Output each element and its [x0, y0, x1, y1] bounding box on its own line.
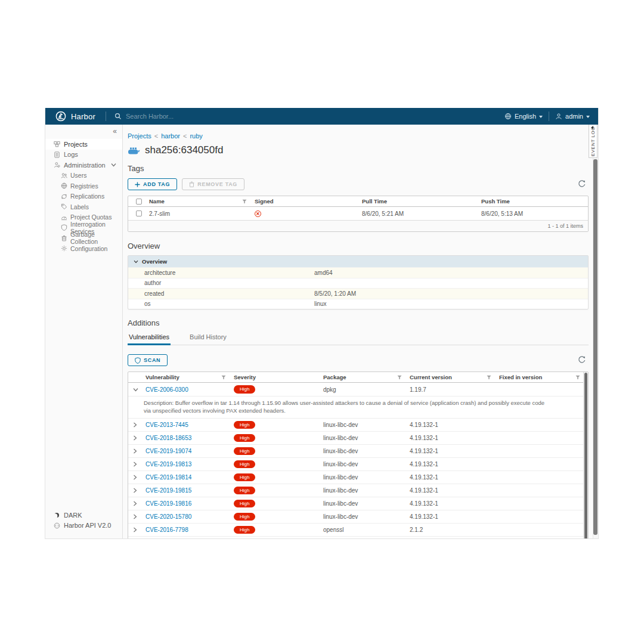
vulnerability-row[interactable]: CVE-2013-7445Highlinux-libc-dev4.19.132-… [128, 418, 588, 431]
vuln-grid-header: VulnerabilitySeverityPackageCurrent vers… [128, 372, 588, 383]
tag-name: 2.7-slim [149, 210, 170, 217]
select-all-checkbox[interactable] [136, 199, 142, 205]
expand-row-icon[interactable] [133, 462, 137, 467]
configuration-icon [60, 245, 67, 252]
row-checkbox[interactable] [136, 210, 142, 216]
cve-link[interactable]: CVE-2020-15780 [145, 513, 191, 520]
add-tag-button[interactable]: ADD TAG [128, 178, 177, 190]
refresh-icon[interactable] [578, 179, 586, 188]
brand[interactable]: Harbor [45, 111, 106, 122]
tags-count: 1 - 1 of 1 items [547, 223, 583, 229]
sidebar: « ProjectsLogsAdministrationUsersRegistr… [45, 125, 123, 538]
column-header-label: Signed [255, 198, 274, 205]
expander-cell [128, 448, 143, 454]
breadcrumb-separator: < [154, 132, 158, 140]
event-log-tab[interactable]: EVENT LOG [589, 125, 597, 158]
vulnerability-row[interactable]: CVE-2019-19815Highlinux-libc-dev4.19.132… [128, 484, 588, 497]
cve-link[interactable]: CVE-2019-19816 [145, 500, 191, 507]
vulnerability-row[interactable]: CVE-2016-7798Highopenssl2.1.2 [128, 523, 588, 536]
tab-build-history[interactable]: Build History [188, 333, 228, 345]
breadcrumb-repository[interactable]: ruby [190, 132, 202, 140]
vulnerability-row[interactable]: CVE-2019-19813Highlinux-libc-dev4.19.132… [128, 457, 588, 470]
cve-link[interactable]: CVE-2019-19074 [145, 448, 191, 454]
page-scrollbar-thumb[interactable] [593, 159, 597, 535]
user-menu[interactable]: admin [555, 113, 590, 120]
tag-row[interactable]: 2.7-slim✕8/6/20, 5:21 AM8/6/20, 5:13 AM [128, 207, 588, 220]
expander-cell [128, 488, 143, 493]
expand-row-icon[interactable] [133, 448, 137, 454]
vuln-scrollbar-track[interactable] [583, 372, 588, 538]
tab-vulnerabilities[interactable]: Vulnerabilities [128, 333, 171, 345]
sidebar-item-projects[interactable]: Projects [45, 139, 122, 150]
cve-link[interactable]: CVE-2016-7798 [145, 527, 188, 533]
cve-link[interactable]: CVE-2019-19815 [145, 487, 191, 494]
additions-heading: Additions [128, 318, 589, 327]
breadcrumb-project[interactable]: harbor [161, 132, 180, 140]
remove-tag-button[interactable]: REMOVE TAG [182, 178, 244, 190]
expand-row-icon[interactable] [133, 435, 137, 441]
overview-panel-header[interactable]: Overview [128, 256, 588, 267]
vulnerability-row[interactable]: CVE-2019-19814Highlinux-libc-dev4.19.132… [128, 470, 588, 484]
refresh-icon[interactable] [578, 355, 586, 364]
vuln-scrollbar-thumb[interactable] [584, 373, 587, 538]
expander-cell [128, 475, 143, 480]
sidebar-item-labels[interactable]: Labels [45, 202, 122, 212]
filter-icon[interactable] [221, 375, 226, 380]
expand-row-icon[interactable] [133, 527, 137, 532]
expander-cell [128, 388, 143, 392]
overview-row: created8/5/20, 1:20 AM [128, 288, 588, 299]
column-header-current-version: Current version [407, 374, 496, 380]
vulnerability-row[interactable]: CVE-2019-19074Highlinux-libc-dev4.19.132… [128, 444, 588, 457]
cve-cell: CVE-2006-0300 [143, 386, 231, 393]
vulnerability-row[interactable]: CVE-2018-18653Highlinux-libc-dev4.19.132… [128, 431, 588, 444]
expand-row-icon[interactable] [133, 501, 137, 506]
collapse-row-icon[interactable] [133, 388, 138, 392]
sidebar-item-garbage-collection[interactable]: Garbage Collection [45, 233, 122, 244]
package-cell: dpkg [320, 386, 407, 393]
sidebar-item-logs[interactable]: Logs [45, 150, 122, 160]
cve-link[interactable]: CVE-2018-18653 [145, 435, 191, 441]
sidebar-item-registries[interactable]: Registries [45, 181, 122, 191]
sidebar-footer-dark[interactable]: DARK [45, 510, 122, 521]
expand-row-icon[interactable] [133, 475, 137, 480]
overview-value: amd64 [314, 270, 333, 276]
cve-link[interactable]: CVE-2006-0300 [145, 386, 188, 393]
vulnerability-row[interactable]: CVE-2019-19816Highlinux-libc-dev4.19.132… [128, 497, 588, 510]
vulnerability-row[interactable]: CVE-2018-12886Mediumgcc-8-base8.3.0-6 [128, 536, 588, 538]
scan-toolbar: SCAN [128, 354, 589, 367]
vulnerability-row[interactable]: CVE-2020-15780Highlinux-libc-dev4.19.132… [128, 510, 588, 523]
filter-icon[interactable] [487, 375, 491, 380]
overview-label: architecture [128, 270, 314, 276]
filter-icon[interactable] [242, 199, 247, 204]
filter-icon[interactable] [575, 375, 580, 380]
column-header-package: Package [320, 374, 407, 380]
vulnerability-row[interactable]: CVE-2006-0300Highdpkg1.19.7 [128, 383, 588, 396]
expand-row-icon[interactable] [133, 488, 137, 493]
tag-push-time-cell: 8/6/20, 5:13 AM [478, 210, 589, 217]
search-input[interactable] [125, 112, 304, 120]
overview-panel: Overview architectureamd64authorcreated8… [128, 255, 589, 309]
sidebar-collapse-icon[interactable]: « [113, 127, 117, 135]
cve-link[interactable]: CVE-2019-19814 [145, 474, 191, 481]
overview-value: linux [314, 301, 327, 307]
expand-row-icon[interactable] [133, 514, 137, 519]
sidebar-item-replications[interactable]: Replications [45, 191, 122, 202]
tag-select-cell [128, 210, 146, 216]
sidebar-footer-harbor-api-v2-0[interactable]: Harbor API V2.0 [45, 521, 122, 531]
package-cell: linux-libc-dev [320, 422, 407, 428]
filter-icon[interactable] [397, 375, 402, 380]
breadcrumb-projects[interactable]: Projects [128, 132, 151, 140]
expand-row-icon[interactable] [133, 422, 137, 428]
current-version-cell: 4.19.132-1 [407, 422, 496, 428]
column-header-severity: Severity [231, 374, 320, 380]
cve-cell: CVE-2019-19813 [143, 461, 231, 467]
scan-button[interactable]: SCAN [128, 354, 168, 366]
sidebar-item-administration[interactable]: Administration [45, 160, 122, 171]
cve-link[interactable]: CVE-2019-19813 [145, 461, 191, 467]
overview-rows: architectureamd64authorcreated8/5/20, 1:… [128, 267, 588, 309]
language-menu[interactable]: English [504, 113, 543, 120]
severity-cell: High [231, 434, 320, 442]
current-version-cell: 4.19.132-1 [407, 448, 496, 454]
cve-link[interactable]: CVE-2013-7445 [145, 422, 188, 428]
sidebar-item-users[interactable]: Users [45, 171, 122, 181]
